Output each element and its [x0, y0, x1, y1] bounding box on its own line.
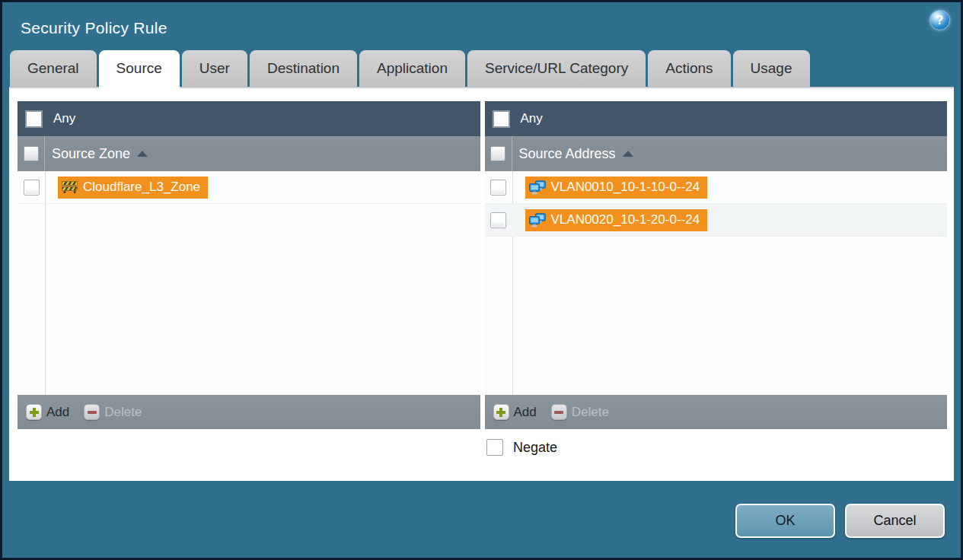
- any-label: Any: [53, 111, 75, 126]
- tab-service-url-category[interactable]: Service/URL Category: [467, 50, 646, 87]
- row-checkbox[interactable]: [24, 180, 40, 196]
- dialog-content: Any Source Zone Cloudflare_L3_Zone Add D…: [9, 87, 954, 481]
- dialog-title: Security Policy Rule: [21, 19, 930, 37]
- list-toolbar: Add Delete: [485, 395, 948, 429]
- delete-button: Delete: [551, 404, 609, 420]
- any-header: Any: [485, 101, 948, 136]
- any-label: Any: [521, 111, 543, 126]
- tab-bar: GeneralSourceUserDestinationApplicationS…: [2, 49, 961, 87]
- delete-label: Delete: [572, 405, 609, 420]
- add-label: Add: [514, 405, 537, 420]
- source-zone-panel: Any Source Zone Cloudflare_L3_Zone Add D…: [18, 101, 480, 429]
- help-icon[interactable]: ?: [930, 10, 950, 30]
- add-label: Add: [46, 405, 69, 420]
- plus-icon: [493, 404, 509, 420]
- row-label: Cloudflare_L3_Zone: [83, 180, 200, 195]
- negate-row: Negate: [486, 439, 954, 456]
- column-header[interactable]: Source Zone: [18, 136, 480, 171]
- panels-container: Any Source Zone Cloudflare_L3_Zone Add D…: [9, 87, 954, 429]
- minus-icon: [551, 404, 567, 420]
- address-icon: [529, 180, 546, 195]
- title-bar: Security Policy Rule ?: [2, 2, 961, 49]
- row-checkbox[interactable]: [490, 212, 506, 228]
- column-header[interactable]: Source Address: [485, 136, 948, 171]
- negate-label: Negate: [513, 440, 557, 456]
- sort-asc-icon: [137, 151, 148, 157]
- address-icon: [529, 213, 546, 228]
- row-label: VLAN0010_10-1-10-0--24: [551, 180, 700, 195]
- delete-label: Delete: [104, 405, 142, 420]
- tab-application[interactable]: Application: [359, 50, 465, 87]
- source-address-tag[interactable]: VLAN0010_10-1-10-0--24: [525, 177, 708, 199]
- security-policy-rule-dialog: Security Policy Rule ? GeneralSourceUser…: [0, 0, 963, 560]
- list-toolbar: Add Delete: [18, 395, 480, 429]
- tab-usage[interactable]: Usage: [733, 50, 810, 87]
- ok-button[interactable]: OK: [735, 504, 835, 538]
- tab-user[interactable]: User: [182, 50, 247, 87]
- column-header-label: Source Zone: [52, 146, 130, 162]
- row-checkbox[interactable]: [490, 180, 506, 196]
- add-button[interactable]: Add: [26, 404, 69, 420]
- source-address-tag[interactable]: VLAN0020_10-1-20-0--24: [525, 209, 708, 231]
- tab-actions[interactable]: Actions: [648, 50, 730, 87]
- any-checkbox[interactable]: [493, 110, 510, 128]
- list-body: VLAN0010_10-1-10-0--24VLAN0020_10-1-20-0…: [485, 171, 948, 395]
- any-header: Any: [18, 101, 480, 136]
- table-row[interactable]: VLAN0010_10-1-10-0--24: [485, 171, 948, 204]
- tab-source[interactable]: Source: [99, 50, 180, 87]
- column-header-label: Source Address: [519, 146, 616, 162]
- table-row[interactable]: Cloudflare_L3_Zone: [18, 171, 480, 204]
- source-zone-tag[interactable]: Cloudflare_L3_Zone: [58, 177, 208, 199]
- dialog-footer: OK Cancel: [2, 481, 961, 558]
- add-button[interactable]: Add: [493, 404, 537, 420]
- zone-icon: [62, 180, 78, 194]
- list-body: Cloudflare_L3_Zone: [18, 171, 480, 395]
- sort-asc-icon: [623, 151, 633, 157]
- cancel-button[interactable]: Cancel: [845, 504, 945, 538]
- tab-destination[interactable]: Destination: [250, 50, 357, 87]
- tab-general[interactable]: General: [10, 50, 97, 87]
- delete-button: Delete: [84, 404, 142, 420]
- minus-icon: [84, 404, 100, 420]
- row-label: VLAN0020_10-1-20-0--24: [551, 212, 700, 228]
- negate-checkbox[interactable]: [486, 439, 503, 456]
- select-all-checkbox[interactable]: [24, 146, 39, 161]
- plus-icon: [26, 404, 42, 420]
- table-row[interactable]: VLAN0020_10-1-20-0--24: [485, 204, 948, 237]
- select-all-checkbox[interactable]: [490, 146, 505, 161]
- source-address-panel: Any Source Address VLAN0010_10-1-10-0--2…: [485, 101, 948, 429]
- any-checkbox[interactable]: [25, 110, 43, 128]
